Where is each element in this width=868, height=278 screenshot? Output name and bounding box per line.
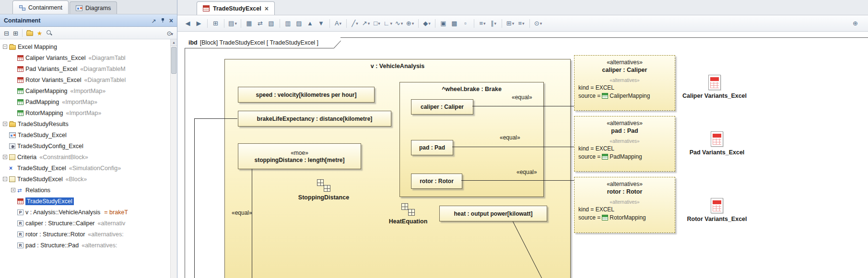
copy-icon[interactable]: ▥	[283, 18, 293, 29]
line-tool-icon[interactable]: ╱ ▾	[350, 18, 360, 29]
relations-icon	[17, 187, 23, 194]
elbow-line-tool-icon[interactable]: ∟ ▾	[383, 18, 393, 29]
list-view-icon[interactable]: ≡ ▾	[516, 18, 526, 29]
scrollbar-thumb[interactable]	[171, 47, 176, 74]
containment-tree[interactable]: Excel Mapping Caliper Variants_Excel «Di…	[0, 39, 177, 278]
containment-view-icon[interactable]: ⊞	[211, 18, 221, 29]
connector-caliper-equal[interactable]	[472, 106, 574, 106]
tree-item-relations[interactable]: Relations	[0, 185, 177, 196]
part-speed[interactable]: speed : velocity[kilometres per hour]	[238, 87, 375, 103]
block-vehicle-analysis[interactable]: v : VehicleAnalysis speed : velocity[kil…	[224, 59, 571, 278]
tree-item-pad-mapping[interactable]: PadMapping «ImportMap»	[0, 96, 177, 107]
back-icon[interactable]: ◀	[183, 18, 193, 29]
tree-item-caliper-variants-excel[interactable]: Caliper Variants_Excel «DiagramTabl	[0, 52, 177, 63]
table-view-icon[interactable]: ⊞ ▾	[505, 18, 515, 29]
close-tab-icon[interactable]	[265, 5, 269, 12]
expander-icon[interactable]	[3, 155, 7, 159]
tab-containment[interactable]: Containment	[12, 0, 69, 14]
pin-icon[interactable]	[160, 18, 165, 23]
search-icon[interactable]	[46, 30, 52, 36]
block-brake[interactable]: ^wheel.brake : Brake caliper : Caliper p…	[399, 82, 544, 197]
connector-brake-life[interactable]	[194, 118, 237, 119]
rectangle-tool-icon[interactable]: □ ▾	[372, 18, 382, 29]
text-tool-icon[interactable]: A ▾	[333, 18, 343, 29]
expander-spacer	[11, 111, 15, 115]
toolbar-icon-glyph: ▧	[268, 20, 274, 27]
related-elements-icon[interactable]: ⇄	[256, 18, 265, 29]
shape-icon[interactable]: ▣	[439, 18, 448, 29]
alternatives-pad-box[interactable]: «alternatives» pad : Pad «alternatives» …	[574, 116, 675, 172]
tree-item-tradestudyconfig-excel[interactable]: TradeStudyConfig_Excel	[0, 140, 177, 151]
tree-item-tradestudyexcel-selected[interactable]: TradeStudyExcel	[0, 196, 177, 207]
tree-item-pad-property[interactable]: pad : Structure::Pad «alternatives:	[0, 240, 177, 251]
expander-icon[interactable]	[3, 122, 7, 126]
toolbar-separator	[329, 19, 330, 28]
part-pad[interactable]: pad : Pad	[411, 140, 453, 155]
connector-stopping-distance[interactable]	[252, 169, 252, 278]
tree-item-tradestudyexcel-block[interactable]: TradeStudyExcel «Block»	[0, 174, 177, 185]
expander-icon[interactable]	[11, 188, 15, 192]
toolbar-separator	[418, 19, 419, 28]
kind-value: kind = EXCEL	[578, 145, 614, 152]
paste-icon[interactable]: ▨	[294, 18, 304, 29]
tree-item-excel-mapping[interactable]: Excel Mapping	[0, 41, 177, 52]
zoom-icon[interactable]: ⊕	[851, 18, 860, 29]
alternatives-rotor-box[interactable]: «alternatives» rotor : Rotor «alternativ…	[574, 177, 675, 233]
show-info-icon[interactable]: ▦	[245, 18, 254, 29]
open-diagram-icon[interactable]	[26, 31, 33, 36]
paint-icon[interactable]: ◆ ▾	[422, 18, 432, 29]
tree-item-v-vehicleanalysis[interactable]: v : Analysis::VehicleAnalysis = brakeT	[0, 207, 177, 218]
tree-item-rotor-mapping[interactable]: RotorMapping «ImportMap»	[0, 107, 177, 118]
move-up-icon[interactable]: ▲	[305, 18, 315, 29]
tree-scrollbar[interactable]	[170, 39, 177, 278]
scroll-up-icon[interactable]	[171, 39, 177, 46]
curve-tool-icon[interactable]: ∿ ▾	[394, 18, 404, 29]
toolbar-separator	[346, 19, 347, 28]
tree-item-caliper-property[interactable]: caliper : Structure::Caliper «alternativ	[0, 218, 177, 229]
doc-tab-tradestudyexcel[interactable]: TradeStudyExcel	[197, 1, 275, 15]
part-caliper[interactable]: caliper : Caliper	[411, 99, 473, 115]
filter-icon[interactable]	[13, 29, 18, 37]
tree-item-rotor-property[interactable]: rotor : Structure::Rotor «alternatives:	[0, 229, 177, 240]
anchor-tool-icon[interactable]: ⊕ ▾	[405, 18, 415, 29]
compartments-icon[interactable]: ▧	[267, 18, 276, 29]
tree-item-pad-variants-excel[interactable]: Pad Variants_Excel «DiagramTableM	[0, 63, 177, 74]
arrow-tool-icon[interactable]: ↗ ▾	[361, 18, 371, 29]
connector-pad-equal[interactable]	[452, 147, 574, 147]
tab-diagrams[interactable]: Diagrams	[70, 1, 117, 14]
tree-item-criteria[interactable]: Criteria «ConstraintBlock»	[0, 151, 177, 162]
expander-icon[interactable]	[3, 45, 7, 49]
alternatives-caliper-box[interactable]: «alternatives» caliper : Caliper «altern…	[574, 55, 675, 111]
tree-item-tradestudy-excel-simconfig[interactable]: TradeStudy_Excel «SimulationConfig»	[0, 162, 177, 174]
external-table-pad[interactable]: Pad Variants_Excel	[676, 131, 758, 156]
options-gear-icon[interactable]: ⊙ ▾	[533, 18, 543, 29]
diagram-aspects-icon[interactable]: ▤ ▾	[228, 18, 237, 29]
distribute-icon[interactable]: ∥ ▾	[489, 18, 498, 29]
external-table-rotor[interactable]: Rotor Variants_Excel	[676, 198, 758, 222]
float-panel-icon[interactable]	[152, 16, 156, 25]
diagram-canvas[interactable]: ibd [Block] TradeStudyExcel [ TradeStudy…	[177, 32, 868, 278]
close-panel-icon[interactable]	[169, 16, 173, 25]
move-down-icon[interactable]: ▼	[317, 18, 326, 29]
connector-brake-life-vertical[interactable]	[194, 118, 195, 278]
group-icon[interactable]: ▩	[450, 18, 459, 29]
expander-icon[interactable]	[3, 177, 7, 181]
note-icon[interactable]: ▫	[461, 18, 470, 29]
part-stopping-distance[interactable]: «moe» stoppingDistance : length[metre]	[238, 143, 361, 169]
tree-item-rotor-variants-excel[interactable]: Rotor Variants_Excel «DiagramTablel	[0, 74, 177, 85]
part-heat[interactable]: heat : output power[kilowatt]	[439, 206, 547, 221]
diagram-frame-label[interactable]: ibd [Block] TradeStudyExcel [ TradeStudy…	[185, 37, 340, 48]
constraint-stopping-distance[interactable]: StoppingDistance	[290, 179, 357, 201]
align-icon[interactable]: ≡ ▾	[478, 18, 487, 29]
tree-item-tradestudyresults[interactable]: TradeStudyResults	[0, 118, 177, 129]
tree-item-tradestudy-excel-diagram[interactable]: TradeStudy_Excel	[0, 129, 177, 140]
part-rotor[interactable]: rotor : Rotor	[411, 174, 462, 189]
forward-icon[interactable]: ▶	[194, 18, 204, 29]
collapse-all-icon[interactable]	[4, 29, 9, 37]
part-brake-life-expectancy[interactable]: brakeLifeExpectancy : distance[kilometre…	[238, 111, 391, 127]
external-table-caliper[interactable]: Caliper Variants_Excel	[674, 75, 755, 99]
connector-rotor-equal[interactable]	[461, 180, 574, 181]
constraint-heat-equation[interactable]: HeatEquation	[375, 203, 442, 225]
tree-item-caliper-mapping[interactable]: CaliperMapping «ImportMap»	[0, 85, 177, 96]
favorites-icon[interactable]	[37, 29, 43, 37]
